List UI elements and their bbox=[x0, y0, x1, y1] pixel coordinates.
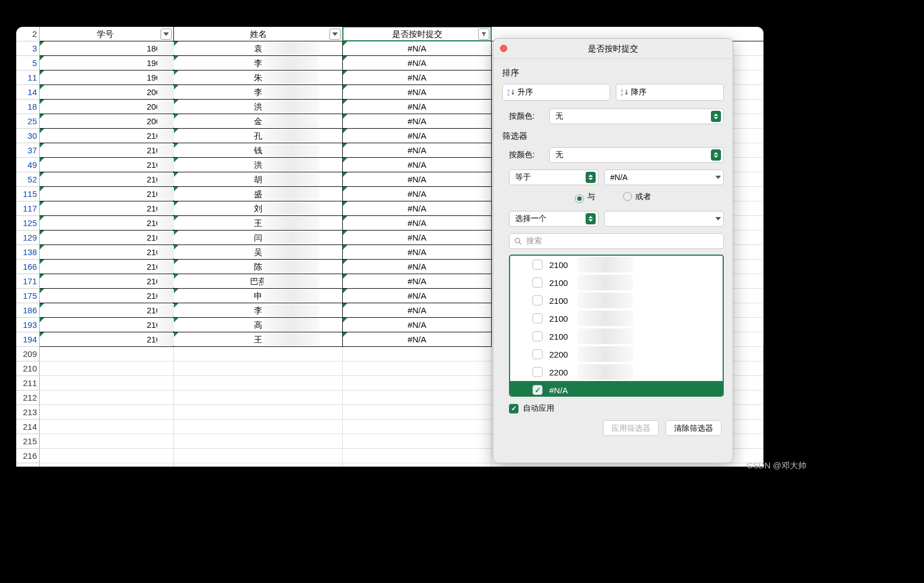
empty-cell[interactable] bbox=[174, 391, 343, 405]
cell-student-id[interactable]: 21000 bbox=[40, 187, 174, 201]
cell-student-id[interactable]: 21000 bbox=[40, 231, 174, 245]
row-header[interactable]: 217 bbox=[16, 463, 40, 467]
filter-value-item[interactable]: 2200 bbox=[510, 363, 723, 381]
filter-search-input[interactable]: 搜索 bbox=[509, 233, 724, 249]
empty-cell[interactable] bbox=[40, 434, 174, 449]
auto-apply-checkbox[interactable] bbox=[509, 404, 518, 413]
row-header[interactable]: 5 bbox=[16, 56, 40, 70]
cell-name[interactable]: 陈 bbox=[174, 260, 343, 274]
row-header[interactable]: 193 bbox=[16, 318, 40, 332]
col-header-submitted[interactable]: 是否按时提交 bbox=[343, 27, 492, 41]
cell-student-id[interactable]: 21000 bbox=[40, 172, 174, 187]
cell-submitted[interactable]: #N/A bbox=[343, 85, 492, 100]
cell-submitted[interactable]: #N/A bbox=[343, 303, 492, 318]
cell-name[interactable]: 高 bbox=[174, 318, 343, 332]
cell-name[interactable]: 巴燕 bbox=[174, 274, 343, 289]
row-header[interactable]: 125 bbox=[16, 216, 40, 231]
filter-values-list[interactable]: 2100210021002100210022002200 #N/A bbox=[509, 255, 724, 397]
sort-descending-button[interactable]: ZA 降序 bbox=[616, 84, 724, 101]
filter-value-item[interactable]: 2100 bbox=[510, 274, 723, 292]
clear-filter-button[interactable]: 清除筛选器 bbox=[666, 420, 722, 436]
sort-ascending-button[interactable]: AZ 升序 bbox=[502, 84, 610, 101]
empty-cell[interactable] bbox=[343, 449, 492, 463]
checkbox[interactable] bbox=[532, 349, 543, 359]
cell-student-id[interactable]: 19000 bbox=[40, 70, 174, 85]
cell-student-id[interactable]: 21000 bbox=[40, 318, 174, 332]
empty-cell[interactable] bbox=[343, 376, 492, 391]
cell-name[interactable]: 王 bbox=[174, 332, 343, 347]
cell-name[interactable]: 袁 bbox=[174, 41, 343, 56]
cell-submitted[interactable]: #N/A bbox=[343, 70, 492, 85]
filter-value-item[interactable]: 2100 bbox=[510, 292, 723, 309]
row-header[interactable]: 115 bbox=[16, 187, 40, 201]
cell-student-id[interactable]: 21000 bbox=[40, 245, 174, 260]
row-header[interactable]: 215 bbox=[16, 434, 40, 449]
empty-cell[interactable] bbox=[492, 463, 763, 467]
cell-name[interactable]: 李 bbox=[174, 303, 343, 318]
cell-student-id[interactable]: 21000 bbox=[40, 289, 174, 303]
filter-value-item[interactable]: 2100 bbox=[510, 327, 723, 345]
apply-filter-button[interactable]: 应用筛选器 bbox=[603, 420, 659, 436]
row-header[interactable]: 171 bbox=[16, 274, 40, 289]
empty-cell[interactable] bbox=[40, 347, 174, 361]
cell-name[interactable]: 王 bbox=[174, 216, 343, 231]
sort-by-color-select[interactable]: 无 bbox=[549, 109, 724, 124]
empty-cell[interactable] bbox=[40, 449, 174, 463]
cell-student-id[interactable]: 21000 bbox=[40, 332, 174, 347]
empty-cell[interactable] bbox=[343, 434, 492, 449]
row-header[interactable]: 3 bbox=[16, 41, 40, 56]
filter-dropdown-button[interactable] bbox=[329, 29, 341, 40]
cell-submitted[interactable]: #N/A bbox=[343, 100, 492, 114]
empty-cell[interactable] bbox=[343, 405, 492, 420]
cell-student-id[interactable]: 19000 bbox=[40, 56, 174, 70]
checkbox[interactable] bbox=[532, 367, 543, 377]
cell-name[interactable]: 李 bbox=[174, 56, 343, 70]
cell-student-id[interactable]: 20009 bbox=[40, 114, 174, 129]
cell-name[interactable]: 盛 bbox=[174, 187, 343, 201]
empty-cell[interactable] bbox=[40, 420, 174, 434]
checkbox-checked[interactable] bbox=[532, 385, 543, 395]
cell-submitted[interactable]: #N/A bbox=[343, 289, 492, 303]
cell-name[interactable]: 刘 bbox=[174, 201, 343, 216]
row-header[interactable]: 49 bbox=[16, 158, 40, 172]
condition-value-select[interactable]: #N/A bbox=[604, 170, 724, 185]
empty-cell[interactable] bbox=[343, 420, 492, 434]
cell-name[interactable]: 胡 bbox=[174, 172, 343, 187]
cell-submitted[interactable]: #N/A bbox=[343, 158, 492, 172]
condition-operator-select[interactable]: 等于 bbox=[509, 170, 598, 185]
col-header-student-id[interactable]: 学号 bbox=[40, 27, 174, 41]
filter-value-item[interactable]: 2100 bbox=[510, 256, 723, 274]
cell-name[interactable]: 申 bbox=[174, 289, 343, 303]
empty-cell[interactable] bbox=[40, 391, 174, 405]
cell-student-id[interactable]: 21000 bbox=[40, 158, 174, 172]
row-header[interactable]: 138 bbox=[16, 245, 40, 260]
cell-submitted[interactable]: #N/A bbox=[343, 231, 492, 245]
cell-submitted[interactable]: #N/A bbox=[343, 216, 492, 231]
cell-name[interactable]: 朱 bbox=[174, 70, 343, 85]
row-header[interactable]: 166 bbox=[16, 260, 40, 274]
checkbox[interactable] bbox=[532, 278, 543, 288]
row-header[interactable]: 175 bbox=[16, 289, 40, 303]
cell-name[interactable]: 孔 bbox=[174, 129, 343, 143]
checkbox[interactable] bbox=[532, 260, 543, 270]
cell-name[interactable]: 李 bbox=[174, 85, 343, 100]
cell-student-id[interactable]: 20000 bbox=[40, 100, 174, 114]
empty-cell[interactable] bbox=[174, 347, 343, 361]
cell-submitted[interactable]: #N/A bbox=[343, 318, 492, 332]
cell-student-id[interactable]: 20000 bbox=[40, 85, 174, 100]
cell-name[interactable]: 洪 bbox=[174, 158, 343, 172]
filter-by-color-select[interactable]: 无 bbox=[549, 147, 724, 163]
row-header[interactable]: 210 bbox=[16, 361, 40, 376]
filter-value-item[interactable]: 2200 bbox=[510, 345, 723, 363]
cell-submitted[interactable]: #N/A bbox=[343, 143, 492, 158]
row-header[interactable]: 14 bbox=[16, 85, 40, 100]
cell-student-id[interactable]: 21000 bbox=[40, 303, 174, 318]
cell-name[interactable]: 闫 bbox=[174, 231, 343, 245]
empty-cell[interactable] bbox=[174, 405, 343, 420]
row-header[interactable]: 2 bbox=[16, 27, 40, 41]
empty-cell[interactable] bbox=[343, 347, 492, 361]
cell-student-id[interactable]: 21000 bbox=[40, 260, 174, 274]
cell-submitted[interactable]: #N/A bbox=[343, 260, 492, 274]
cell-submitted[interactable]: #N/A bbox=[343, 56, 492, 70]
empty-cell[interactable] bbox=[174, 434, 343, 449]
